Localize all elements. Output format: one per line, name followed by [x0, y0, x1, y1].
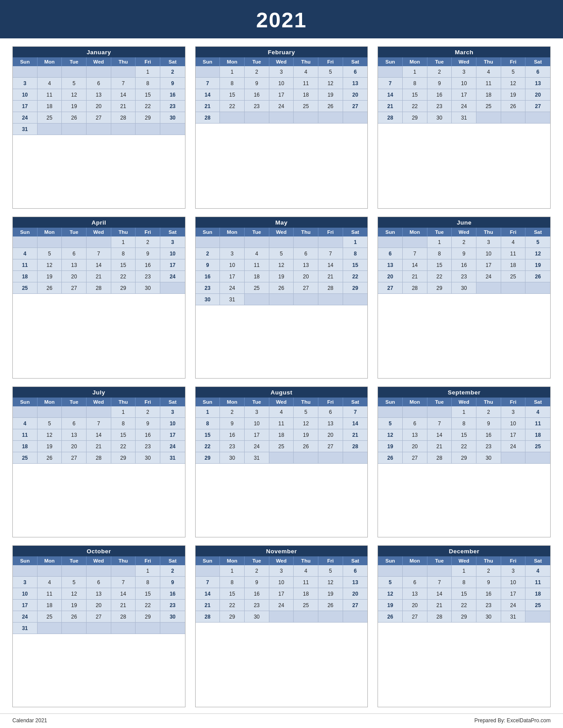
day-cell: 6 — [403, 418, 427, 429]
page: 2021 JanuarySunMonTueWedThuFriSat1234567… — [0, 0, 563, 728]
day-header-fri: Fri — [501, 398, 526, 406]
day-cell: 26 — [378, 452, 403, 464]
day-cell: 5 — [378, 418, 403, 429]
day-cell: 9 — [136, 418, 160, 429]
day-cell: 23 — [136, 441, 160, 452]
day-cell: 2 — [452, 236, 476, 248]
day-header-sun: Sun — [196, 556, 220, 565]
day-header-wed: Wed — [269, 57, 294, 66]
day-cell: 19 — [501, 89, 526, 101]
empty-cell — [111, 66, 136, 78]
day-cell: 31 — [160, 452, 185, 464]
day-cell: 30 — [476, 452, 501, 464]
day-cell: 16 — [196, 271, 220, 282]
empty-cell — [318, 294, 343, 305]
day-header-mon: Mon — [220, 556, 245, 565]
day-cell: 3 — [160, 406, 185, 418]
month-block-february: FebruarySunMonTueWedThuFriSat12345678910… — [195, 46, 368, 209]
day-cell: 1 — [343, 236, 368, 248]
day-headers: SunMonTueWedThuFriSat — [196, 556, 368, 565]
month-title-february: February — [196, 47, 368, 57]
day-cell: 17 — [13, 600, 38, 611]
day-cell: 15 — [220, 588, 245, 600]
day-cell: 25 — [38, 611, 62, 623]
day-cell: 17 — [160, 259, 185, 271]
day-cell: 26 — [318, 101, 343, 112]
day-cell: 22 — [220, 600, 245, 611]
day-cell: 12 — [38, 429, 62, 441]
day-cell: 23 — [245, 600, 269, 611]
day-header-wed: Wed — [452, 228, 476, 236]
days-grid: 1234567891011121314151617181920212223242… — [196, 565, 368, 623]
day-cell: 2 — [160, 565, 185, 577]
day-cell: 13 — [403, 429, 427, 441]
day-cell: 18 — [501, 259, 526, 271]
day-cell: 1 — [196, 406, 220, 418]
day-cell: 30 — [136, 282, 160, 294]
day-cell: 23 — [452, 271, 476, 282]
day-header-fri: Fri — [318, 398, 343, 406]
day-headers: SunMonTueWedThuFriSat — [196, 398, 368, 406]
day-cell: 27 — [87, 112, 111, 124]
day-header-fri: Fri — [501, 57, 526, 66]
days-grid: 1234567891011121314151617181920212223242… — [378, 406, 550, 464]
day-cell: 18 — [269, 429, 294, 441]
day-cell: 22 — [452, 600, 476, 611]
day-cell: 4 — [525, 565, 550, 577]
day-cell: 29 — [196, 452, 220, 464]
day-cell: 3 — [160, 236, 185, 248]
day-cell: 7 — [403, 248, 427, 259]
day-cell: 5 — [38, 248, 62, 259]
day-cell: 8 — [136, 78, 160, 89]
day-cell: 21 — [111, 101, 136, 112]
day-cell: 31 — [220, 294, 245, 305]
day-cell: 20 — [318, 429, 343, 441]
day-cell: 3 — [269, 565, 294, 577]
day-cell: 26 — [62, 112, 87, 124]
empty-cell — [136, 124, 160, 135]
day-cell: 12 — [38, 259, 62, 271]
day-headers: SunMonTueWedThuFriSat — [13, 57, 185, 66]
day-cell: 6 — [403, 577, 427, 588]
days-grid: 1234567891011121314151617181920212223242… — [378, 565, 550, 623]
empty-cell — [87, 124, 111, 135]
day-header-sun: Sun — [13, 398, 38, 406]
day-cell: 29 — [136, 611, 160, 623]
day-cell: 7 — [427, 577, 452, 588]
day-cell: 1 — [111, 406, 136, 418]
empty-cell — [476, 282, 501, 294]
day-cell: 17 — [476, 259, 501, 271]
day-cell: 30 — [196, 294, 220, 305]
day-cell: 4 — [525, 406, 550, 418]
day-header-mon: Mon — [403, 398, 427, 406]
day-cell: 31 — [245, 452, 269, 464]
day-cell: 18 — [294, 89, 318, 101]
day-cell: 1 — [111, 236, 136, 248]
day-headers: SunMonTueWedThuFriSat — [378, 398, 550, 406]
empty-cell — [343, 452, 368, 464]
day-cell: 10 — [269, 78, 294, 89]
day-cell: 23 — [136, 271, 160, 282]
month-block-august: AugustSunMonTueWedThuFriSat1234567891011… — [195, 387, 368, 537]
day-cell: 10 — [501, 577, 526, 588]
day-cell: 19 — [318, 588, 343, 600]
day-cell: 13 — [343, 577, 368, 588]
day-cell: 20 — [525, 89, 550, 101]
day-header-fri: Fri — [136, 228, 160, 236]
day-header-sun: Sun — [378, 398, 403, 406]
day-cell: 22 — [111, 441, 136, 452]
month-title-september: September — [378, 387, 550, 398]
day-cell: 25 — [294, 600, 318, 611]
empty-cell — [476, 112, 501, 124]
month-title-october: October — [13, 546, 185, 556]
day-header-fri: Fri — [318, 556, 343, 565]
day-cell: 21 — [343, 429, 368, 441]
empty-cell — [318, 452, 343, 464]
day-header-tue: Tue — [245, 228, 269, 236]
days-grid: 1234567891011121314151617181920212223242… — [196, 406, 368, 464]
day-cell: 2 — [427, 66, 452, 78]
day-cell: 25 — [294, 101, 318, 112]
empty-cell — [38, 124, 62, 135]
day-header-sat: Sat — [343, 398, 368, 406]
day-cell: 2 — [245, 66, 269, 78]
